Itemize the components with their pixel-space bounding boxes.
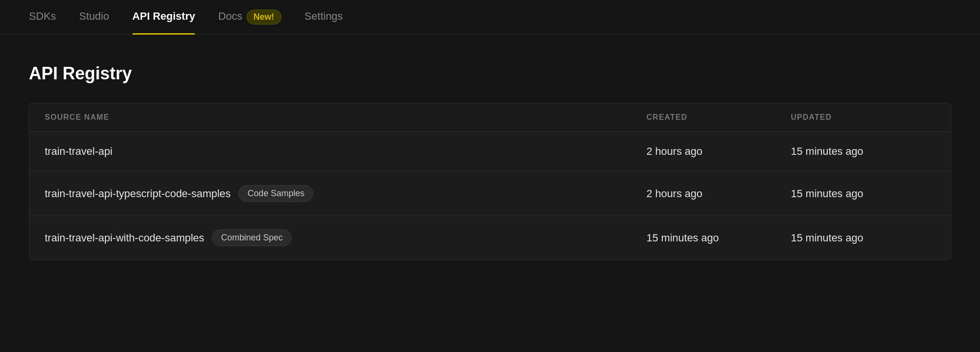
cell-created: 15 minutes ago bbox=[646, 232, 791, 244]
nav-item-sdks[interactable]: SDKs bbox=[29, 0, 56, 35]
source-name-text: train-travel-api-typescript-code-samples bbox=[45, 188, 231, 200]
cell-created: 2 hours ago bbox=[646, 188, 791, 200]
source-name-text: train-travel-api bbox=[45, 145, 113, 158]
cell-updated: 15 minutes ago bbox=[791, 232, 935, 244]
cell-source-name: train-travel-api-with-code-samples Combi… bbox=[45, 229, 646, 246]
nav-item-studio[interactable]: Studio bbox=[79, 0, 109, 35]
table-row[interactable]: train-travel-api-with-code-samples Combi… bbox=[29, 216, 951, 260]
cell-updated: 15 minutes ago bbox=[791, 188, 935, 200]
col-header-updated: UPDATED bbox=[791, 113, 935, 122]
main-content: API Registry SOURCE NAME CREATED UPDATED… bbox=[0, 35, 980, 279]
nav-item-api-registry[interactable]: API Registry bbox=[132, 0, 195, 35]
docs-new-badge: New! bbox=[246, 10, 282, 25]
cell-created: 2 hours ago bbox=[646, 145, 791, 158]
cell-source-name: train-travel-api-typescript-code-samples… bbox=[45, 185, 646, 202]
combined-spec-badge: Combined Spec bbox=[212, 229, 292, 246]
source-name-text: train-travel-api-with-code-samples bbox=[45, 232, 204, 244]
col-header-created: CREATED bbox=[646, 113, 791, 122]
col-header-source-name: SOURCE NAME bbox=[45, 113, 646, 122]
nav-item-settings[interactable]: Settings bbox=[305, 0, 343, 35]
page-title: API Registry bbox=[29, 63, 951, 84]
table-row[interactable]: train-travel-api 2 hours ago 15 minutes … bbox=[29, 132, 951, 172]
cell-updated: 15 minutes ago bbox=[791, 145, 935, 158]
top-navigation: SDKs Studio API Registry Docs New! Setti… bbox=[0, 0, 980, 35]
table-header: SOURCE NAME CREATED UPDATED bbox=[29, 103, 951, 132]
nav-item-docs[interactable]: Docs bbox=[218, 0, 242, 35]
code-samples-badge: Code Samples bbox=[238, 185, 313, 202]
registry-table: SOURCE NAME CREATED UPDATED train-travel… bbox=[29, 103, 951, 260]
cell-source-name: train-travel-api bbox=[45, 145, 646, 158]
table-row[interactable]: train-travel-api-typescript-code-samples… bbox=[29, 172, 951, 216]
